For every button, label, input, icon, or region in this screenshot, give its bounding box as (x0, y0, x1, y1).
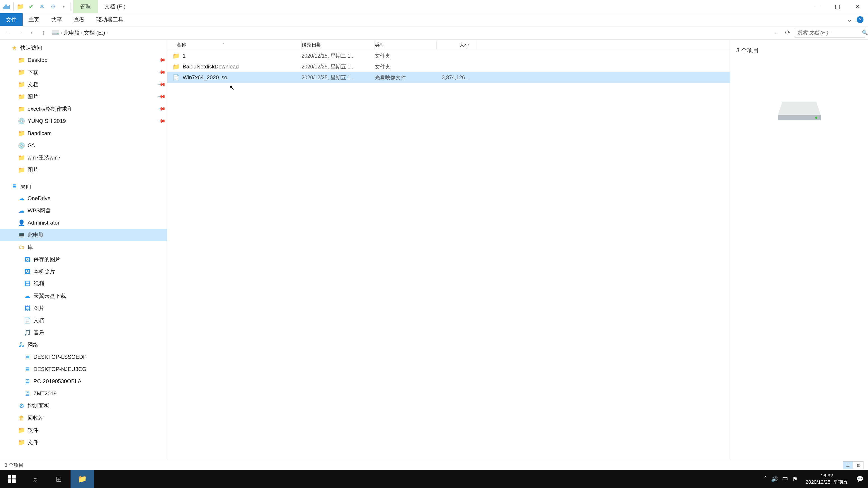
navigation-tree[interactable]: ★快速访问📁Desktop📌📁下载📌📁文档📌📁图片📌📁excel表格制作求和📌💿… (0, 39, 167, 460)
refresh-button[interactable]: ⟳ (782, 28, 793, 38)
minimize-button[interactable]: — (807, 0, 827, 13)
tree-item[interactable]: ☁WPS网盘 (0, 204, 167, 217)
security-icon[interactable]: ⚑ (792, 476, 798, 483)
column-date[interactable]: 修改日期 (302, 41, 374, 48)
tree-item[interactable]: 📁下载📌 (0, 66, 167, 78)
column-name[interactable]: 名称 ˄ (167, 41, 301, 48)
help-icon[interactable]: ? (857, 16, 864, 23)
up-button[interactable]: ↑ (38, 28, 49, 38)
start-button[interactable] (0, 470, 24, 488)
tree-item[interactable]: 📄文档 (0, 314, 167, 326)
file-date: 2020/12/25, 星期五 1... (302, 74, 374, 81)
tree-item[interactable]: 📁excel表格制作求和📌 (0, 103, 167, 115)
settings-icon[interactable]: ⚙ (48, 2, 58, 11)
address-bar: ← → ▾ ↑ › 此电脑 › 文档 (E:) › ⌄ ⟳ 🔍 (0, 26, 868, 39)
tree-item[interactable]: 🗂库 (0, 241, 167, 253)
chevron-right-icon[interactable]: › (106, 30, 108, 35)
tree-item[interactable]: 🖥桌面 (0, 180, 167, 192)
tree-item[interactable]: 📁win7重装win7 (0, 152, 167, 164)
breadcrumb-drive[interactable]: 文档 (E:) (84, 29, 105, 36)
ime-indicator[interactable]: 中 (782, 475, 788, 483)
tree-item-label: 保存的图片 (33, 256, 61, 263)
pic-icon: 🖼 (24, 304, 31, 312)
close-button[interactable]: ✕ (848, 0, 868, 13)
tree-item[interactable]: 📁文件 (0, 436, 167, 449)
tree-item[interactable]: 📁软件 (0, 424, 167, 436)
tree-item[interactable]: 🎞视频 (0, 278, 167, 290)
column-headers[interactable]: 名称 ˄ 修改日期 类型 大小 (167, 39, 730, 51)
clock[interactable]: 16:32 2020/12/25, 星期五 (802, 473, 852, 485)
folder-b-icon: 📁 (18, 56, 25, 64)
folder-icon[interactable]: 📁 (16, 2, 25, 11)
column-size[interactable]: 大小 (437, 41, 475, 48)
file-row[interactable]: 📁BaiduNetdiskDownload2020/12/25, 星期五 1..… (167, 61, 730, 72)
chevron-right-icon[interactable]: › (61, 30, 62, 35)
tree-item[interactable]: 👤Administrator (0, 217, 167, 229)
tree-item[interactable]: 📁Desktop📌 (0, 54, 167, 66)
recent-locations-icon[interactable]: ▾ (27, 28, 37, 38)
search-input[interactable] (795, 30, 862, 36)
taskbar-explorer-button[interactable]: 📁 (70, 470, 94, 488)
ribbon-tab-file[interactable]: 文件 (0, 13, 23, 26)
tree-item[interactable]: 💿G:\ (0, 139, 167, 152)
tree-item[interactable]: 🖼图片 (0, 302, 167, 314)
tree-item[interactable]: 🖥DESKTOP-LSSOEDP (0, 351, 167, 363)
tree-item[interactable]: 💿YUNQISHI2019📌 (0, 115, 167, 127)
tree-item[interactable]: 📁Bandicam (0, 127, 167, 139)
address-dropdown-icon[interactable]: ⌄ (770, 28, 780, 38)
column-type[interactable]: 类型 (375, 41, 436, 48)
maximize-button[interactable]: ▢ (827, 0, 848, 13)
tree-item[interactable]: 🖥PC-20190530OBLA (0, 375, 167, 387)
pin-icon: 📌 (158, 80, 166, 89)
tree-item[interactable]: 🗑回收站 (0, 412, 167, 424)
cloud-icon: ☁ (24, 292, 31, 300)
taskbar-search-button[interactable]: ⌕ (24, 470, 47, 488)
tree-item[interactable]: 📁文档📌 (0, 78, 167, 91)
file-row[interactable]: 📁12020/12/15, 星期二 1...文件夹 (167, 51, 730, 61)
tree-item[interactable]: ★快速访问 (0, 42, 167, 54)
expand-ribbon-icon[interactable]: ⌄ (847, 16, 852, 23)
preview-pane: 3 个项目 (730, 39, 868, 460)
action-center-icon[interactable]: 💬 (856, 476, 864, 483)
music-icon: 🎵 (24, 329, 31, 336)
forward-button[interactable]: → (15, 28, 25, 38)
tree-item[interactable]: 💻此电脑 (0, 229, 167, 241)
chevron-right-icon[interactable]: › (81, 30, 83, 35)
breadcrumb-pc[interactable]: 此电脑 (64, 29, 80, 36)
task-view-button[interactable]: ⊞ (47, 470, 70, 488)
tree-item[interactable]: 🖼保存的图片 (0, 253, 167, 265)
thumbnails-view-button[interactable]: ▦ (853, 461, 864, 469)
tree-item[interactable]: 🖥DESKTOP-NJEU3CG (0, 363, 167, 375)
pin-icon: 📌 (158, 68, 166, 76)
file-name: 1 (183, 53, 186, 59)
app-icon[interactable] (1, 2, 11, 11)
search-icon[interactable]: 🔍 (862, 30, 868, 36)
tree-item[interactable]: 📁图片 (0, 164, 167, 176)
ribbon-tab-share[interactable]: 共享 (45, 13, 68, 26)
ribbon-tab-view[interactable]: 查看 (68, 13, 90, 26)
close-action-icon[interactable]: ✕ (37, 2, 47, 11)
qat-dropdown-icon[interactable]: ▾ (59, 2, 69, 11)
ribbon-tab-home[interactable]: 主页 (23, 13, 45, 26)
file-row[interactable]: 📄Win7x64_2020.iso2020/12/25, 星期五 1...光盘映… (167, 72, 730, 83)
breadcrumb[interactable]: › 此电脑 › 文档 (E:) › (50, 29, 769, 36)
tree-item[interactable]: 📁图片📌 (0, 91, 167, 103)
context-tab-manage[interactable]: 管理 (73, 0, 98, 13)
pic-icon: 🖼 (24, 256, 31, 263)
tree-item[interactable]: ☁天翼云盘下载 (0, 290, 167, 302)
tree-item[interactable]: 🎵音乐 (0, 326, 167, 339)
back-button[interactable]: ← (3, 28, 13, 38)
tree-item[interactable]: 🖼本机照片 (0, 265, 167, 278)
search-box[interactable]: 🔍 (795, 28, 865, 38)
window-title: 文档 (E:) (98, 0, 132, 13)
tree-item[interactable]: ☁OneDrive (0, 192, 167, 204)
tree-item[interactable]: 🖧网络 (0, 339, 167, 351)
checkmark-icon[interactable]: ✔ (26, 2, 36, 11)
tray-overflow-icon[interactable]: ˄ (764, 476, 767, 483)
tree-item[interactable]: ⚙控制面板 (0, 400, 167, 412)
ribbon-tab-drive-tools[interactable]: 驱动器工具 (90, 13, 129, 26)
volume-icon[interactable]: 🔊 (771, 476, 778, 483)
tree-item[interactable]: 🖥ZMT2019 (0, 387, 167, 400)
details-view-button[interactable]: ☰ (843, 461, 853, 469)
column-resize-handle[interactable] (475, 40, 476, 50)
